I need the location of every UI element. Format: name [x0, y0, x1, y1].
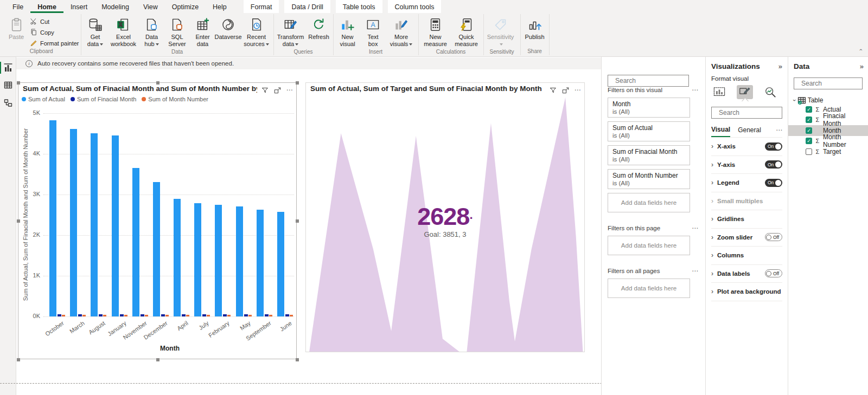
text-box-button[interactable]: ATextbox — [361, 15, 386, 48]
resize-handle[interactable] — [296, 358, 299, 361]
ribbon-tab-modeling[interactable]: Modeling — [94, 0, 136, 13]
collapse-pane-icon[interactable]: » — [860, 62, 864, 70]
legend-item-sum-of-finacial-month[interactable]: Sum of Finacial Month — [71, 96, 136, 102]
filter-card-sum-of-actual[interactable]: Sum of Actualis (All) — [608, 121, 690, 141]
filter-card-sum-of-month-number[interactable]: Sum of Month Numberis (All) — [608, 169, 690, 189]
format-tab-visual[interactable]: Visual — [711, 126, 730, 137]
toggle-data-labels[interactable]: Off — [765, 269, 782, 277]
resize-handle[interactable] — [296, 81, 299, 85]
setting-y-axis[interactable]: ›Y-axisOn — [711, 156, 782, 174]
format-search-box[interactable] — [711, 107, 782, 119]
filter-card-sum-of-finacial-month[interactable]: Sum of Finacial Monthis (All) — [608, 145, 690, 165]
new-measure-button[interactable]: Newmeasure — [420, 15, 451, 48]
excel-workbook-button[interactable]: XExcelworkbook — [108, 15, 139, 48]
focus-mode-icon[interactable] — [273, 86, 282, 94]
ribbon-tab-optimize[interactable]: Optimize — [165, 0, 206, 13]
bar-month-number-april[interactable] — [186, 315, 189, 316]
bar-actual-july[interactable] — [194, 203, 201, 316]
data-hub-button[interactable]: Datahub — [139, 15, 164, 48]
bar-finacial-month-december[interactable] — [161, 314, 165, 316]
bar-finacial-month-august[interactable] — [99, 314, 103, 316]
ribbon-tab-data-drill[interactable]: Data / Drill — [284, 0, 330, 13]
add-data-fields-dropzone[interactable]: Add data fields here — [608, 193, 690, 212]
resize-handle[interactable] — [296, 219, 299, 223]
bar-actual-april[interactable] — [174, 199, 181, 316]
publish-button[interactable]: Publish — [522, 15, 547, 41]
resize-handle[interactable] — [17, 358, 20, 361]
checkbox-actual[interactable]: ✓ — [806, 106, 812, 113]
more-options-icon[interactable]: ⋯ — [776, 126, 782, 137]
build-visual-icon[interactable] — [711, 85, 727, 99]
bar-actual-may[interactable] — [236, 206, 243, 316]
setting-columns[interactable]: ›Columns — [711, 247, 782, 265]
toggle-y-axis[interactable]: On — [765, 160, 782, 169]
ribbon-tab-help[interactable]: Help — [206, 0, 234, 13]
bar-month-number-august[interactable] — [103, 315, 106, 316]
bar-finacial-month-july[interactable] — [202, 314, 206, 316]
collapse-pane-icon[interactable]: » — [778, 62, 782, 70]
bar-chart-visual[interactable]: Sum of Actual, Sum of Finacial Month and… — [18, 82, 297, 359]
checkbox-month-number[interactable]: ✓ — [806, 138, 812, 144]
bar-finacial-month-march[interactable] — [78, 314, 82, 316]
dataverse-button[interactable]: Dataverse — [216, 15, 241, 41]
collapse-ribbon-icon[interactable]: › — [857, 49, 864, 51]
more-options-icon[interactable]: ⋯ — [692, 267, 699, 275]
cut-button[interactable]: Cut — [29, 17, 79, 26]
setting-gridlines[interactable]: ›Gridlines — [711, 210, 782, 229]
setting-legend[interactable]: ›LegendOn — [711, 174, 782, 192]
filters-search-input[interactable] — [614, 76, 685, 85]
report-canvas[interactable]: Sum of Actual, Sum of Finacial Month and… — [17, 69, 601, 383]
bar-finacial-month-november[interactable] — [141, 314, 144, 316]
bar-actual-august[interactable] — [91, 133, 98, 316]
toggle-legend[interactable]: On — [765, 179, 782, 187]
setting-small-multiples[interactable]: ›Small multiples — [711, 192, 782, 211]
ribbon-tab-home[interactable]: Home — [30, 0, 63, 13]
bar-month-number-october[interactable] — [62, 315, 65, 316]
ribbon-tab-view[interactable]: View — [136, 0, 165, 13]
setting-plot-area-background[interactable]: ›Plot area background — [711, 283, 782, 301]
bar-month-number-december[interactable] — [165, 315, 169, 316]
bar-actual-january[interactable] — [112, 135, 119, 316]
bar-finacial-month-february[interactable] — [223, 314, 227, 316]
bar-month-number-march[interactable] — [82, 315, 86, 316]
filter-card-month[interactable]: Monthis (All) — [608, 98, 690, 118]
bar-finacial-month-october[interactable] — [58, 314, 61, 316]
bar-actual-march[interactable] — [70, 129, 77, 316]
bar-finacial-month-january[interactable] — [120, 314, 124, 316]
bar-finacial-month-september[interactable] — [265, 314, 269, 316]
bar-actual-november[interactable] — [132, 168, 139, 316]
toggle-zoom-slider[interactable]: Off — [765, 233, 782, 241]
more-options-icon[interactable]: ⋯ — [692, 86, 699, 94]
ribbon-tab-column-tools[interactable]: Column tools — [388, 0, 442, 13]
bar-finacial-month-may[interactable] — [244, 314, 248, 316]
setting-data-labels[interactable]: ›Data labelsOff — [711, 265, 782, 283]
bar-month-number-may[interactable] — [248, 315, 252, 316]
bar-actual-september[interactable] — [257, 210, 264, 316]
bar-actual-february[interactable] — [215, 205, 222, 316]
focus-mode-icon[interactable] — [561, 86, 570, 94]
checkbox-finacial-month[interactable]: ✓ — [806, 116, 812, 123]
ribbon-tab-format[interactable]: Format — [244, 0, 279, 13]
field-month-number[interactable]: ✓ΣMonth Number — [794, 136, 864, 147]
bar-month-number-july[interactable] — [207, 315, 210, 316]
field-finacial-month[interactable]: ✓ΣFinacial Month — [794, 115, 864, 126]
ribbon-tab-table-tools[interactable]: Table tools — [336, 0, 382, 13]
sidebar-item-model-view[interactable] — [0, 95, 16, 112]
setting-zoom-slider[interactable]: ›Zoom sliderOff — [711, 229, 782, 247]
format-search-input[interactable] — [718, 108, 778, 117]
kpi-visual[interactable]: Sum of Actual, Sum of Target and Sum of … — [305, 82, 585, 352]
bar-month-number-june[interactable] — [290, 315, 293, 316]
resize-handle[interactable] — [156, 358, 159, 361]
recent-sources-button[interactable]: Recentsources — [241, 15, 272, 48]
quick-measure-button[interactable]: Quickmeasure — [451, 15, 482, 48]
filters-search-box[interactable] — [608, 75, 689, 87]
sidebar-item-data-view[interactable] — [0, 77, 16, 94]
bar-actual-october[interactable] — [49, 120, 56, 316]
add-data-fields-dropzone[interactable]: Add data fields here — [608, 279, 690, 298]
more-visuals-button[interactable]: Morevisuals — [386, 15, 417, 48]
add-data-fields-dropzone[interactable]: Add data fields here — [608, 236, 690, 255]
bar-month-number-january[interactable] — [124, 315, 127, 316]
analytics-icon[interactable] — [762, 85, 778, 99]
more-options-icon[interactable]: ⋯ — [285, 86, 294, 94]
checkbox-target[interactable] — [806, 148, 812, 155]
